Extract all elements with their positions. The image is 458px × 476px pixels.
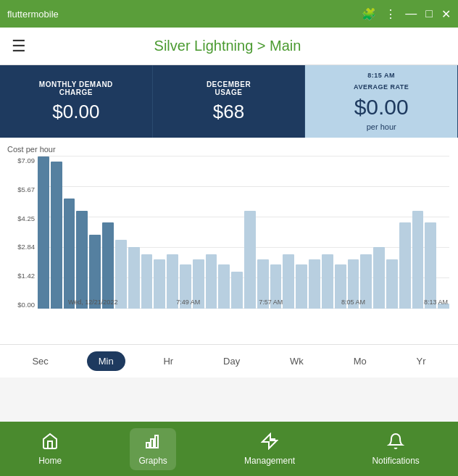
x-axis-label: 7:57 AM bbox=[259, 298, 283, 306]
nav-management-label: Management bbox=[244, 456, 295, 466]
chart-bar bbox=[76, 211, 88, 309]
y-axis-label: $7.09 bbox=[7, 156, 35, 164]
x-axis-label: 8:05 AM bbox=[341, 298, 365, 306]
average-rate-label: AVERAGE RATE bbox=[354, 83, 409, 91]
nav-graphs-label: Graphs bbox=[138, 456, 167, 466]
time-btn-hr[interactable]: Hr bbox=[151, 351, 185, 371]
nav-item-notifications[interactable]: Notifications bbox=[363, 428, 428, 470]
svg-rect-1 bbox=[151, 439, 154, 448]
app-header: ☰ Silver Lightning > Main bbox=[0, 28, 458, 65]
stats-row: MONTHLY DEMANDCHARGE $0.00 DECEMBERUSAGE… bbox=[0, 65, 458, 138]
svg-rect-0 bbox=[146, 443, 149, 448]
nav-item-graphs[interactable]: Graphs bbox=[130, 428, 175, 470]
window-controls: 🧩 ⋮ — □ ✕ bbox=[362, 7, 451, 21]
y-axis-label: $2.84 bbox=[7, 243, 35, 251]
puzzle-icon: 🧩 bbox=[362, 7, 376, 21]
hamburger-menu-button[interactable]: ☰ bbox=[12, 37, 26, 56]
average-rate-value: $0.00 bbox=[354, 95, 409, 120]
maximize-button[interactable]: □ bbox=[425, 7, 433, 20]
y-axis-label: $0.00 bbox=[7, 301, 35, 309]
time-selector: SecMinHrDayWkMoYr bbox=[0, 344, 458, 377]
page-title: Silver Lightning > Main bbox=[38, 38, 446, 54]
x-axis-label: 7:49 AM bbox=[176, 298, 200, 306]
chart-area: Cost per hour $0.00$1.42$2.84$4.25$5.67$… bbox=[0, 138, 458, 344]
minimize-button[interactable]: — bbox=[405, 7, 417, 20]
time-btn-sec[interactable]: Sec bbox=[20, 351, 59, 371]
chart-x-axis: Wed, 12/21/20227:49 AM7:57 AM8:05 AM8:13… bbox=[68, 296, 448, 309]
nav-item-home[interactable]: Home bbox=[30, 428, 70, 470]
chart-bar bbox=[38, 156, 49, 309]
chart-container: $0.00$1.42$2.84$4.25$5.67$7.09 Wed, 12/2… bbox=[7, 156, 451, 323]
nav-notifications-icon bbox=[387, 433, 404, 453]
chart-bar bbox=[51, 162, 62, 309]
nav-home-label: Home bbox=[38, 456, 62, 466]
y-axis-label: $1.42 bbox=[7, 272, 35, 280]
time-btn-wk[interactable]: Wk bbox=[278, 351, 315, 371]
average-rate-time: 8:15 AM bbox=[367, 72, 395, 79]
more-icon: ⋮ bbox=[385, 7, 396, 21]
chart-bar bbox=[412, 211, 424, 309]
title-bar: fluttermobile 🧩 ⋮ — □ ✕ bbox=[0, 0, 458, 28]
monthly-demand-card: MONTHLY DEMANDCHARGE $0.00 bbox=[0, 65, 153, 138]
chart-bar bbox=[244, 211, 256, 309]
svg-rect-2 bbox=[155, 435, 158, 448]
december-usage-value: $68 bbox=[213, 101, 244, 123]
x-axis-label: 8:13 AM bbox=[424, 298, 448, 306]
bottom-nav: HomeGraphsManagementNotifications bbox=[0, 422, 458, 476]
svg-marker-3 bbox=[262, 434, 277, 448]
bars-container bbox=[38, 156, 449, 309]
monthly-demand-value: $0.00 bbox=[52, 101, 99, 123]
app-name: fluttermobile bbox=[7, 9, 59, 20]
time-btn-yr[interactable]: Yr bbox=[405, 351, 438, 371]
nav-home-icon bbox=[41, 433, 59, 453]
time-btn-min[interactable]: Min bbox=[87, 351, 125, 371]
time-btn-mo[interactable]: Mo bbox=[342, 351, 378, 371]
nav-item-management[interactable]: Management bbox=[236, 428, 304, 470]
x-axis-label: Wed, 12/21/2022 bbox=[68, 298, 117, 306]
y-axis-label: $4.25 bbox=[7, 214, 35, 222]
chart-title: Cost per hour bbox=[7, 145, 451, 154]
time-btn-day[interactable]: Day bbox=[212, 351, 251, 371]
chart-bar bbox=[64, 199, 75, 309]
monthly-demand-label: MONTHLY DEMANDCHARGE bbox=[39, 80, 113, 96]
y-axis-label: $5.67 bbox=[7, 185, 35, 193]
close-button[interactable]: ✕ bbox=[441, 7, 451, 21]
average-rate-card: 8:15 AM AVERAGE RATE $0.00 per hour bbox=[305, 65, 458, 138]
average-rate-sublabel: per hour bbox=[367, 122, 396, 131]
chart-y-axis: $0.00$1.42$2.84$4.25$5.67$7.09 bbox=[7, 156, 35, 309]
nav-graphs-icon bbox=[144, 433, 162, 453]
nav-management-icon bbox=[261, 433, 278, 453]
december-usage-label: DECEMBERUSAGE bbox=[207, 80, 251, 96]
chart-plot: Wed, 12/21/20227:49 AM7:57 AM8:05 AM8:13… bbox=[38, 156, 449, 309]
december-usage-card: DECEMBERUSAGE $68 bbox=[153, 65, 306, 138]
nav-notifications-label: Notifications bbox=[372, 456, 419, 466]
